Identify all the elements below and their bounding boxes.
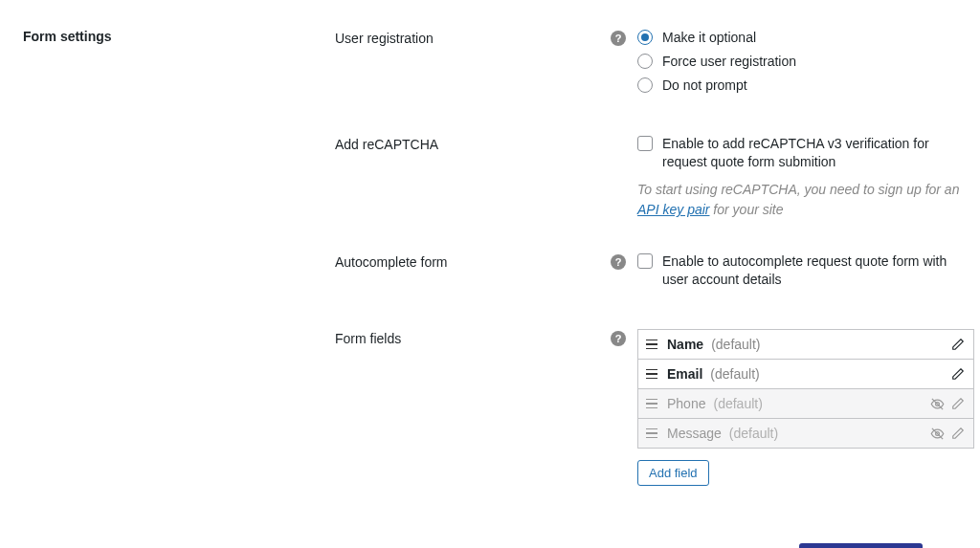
checkbox-icon[interactable] [637, 253, 653, 269]
field-item-message[interactable]: Message (default) [637, 418, 974, 449]
form-fields-label-cell: Form fields ? [335, 329, 632, 486]
field-name: Phone [667, 396, 705, 411]
field-default-suffix: (default) [713, 396, 762, 411]
user-registration-label-cell: User registration ? [335, 29, 632, 95]
checkbox-icon[interactable] [637, 136, 653, 151]
recaptcha-checkbox-row[interactable]: Enable to add reCAPTCHA v3 verification … [637, 135, 974, 171]
user-registration-label: User registration [335, 30, 434, 46]
form-fields-list: Name (default) Email (default) [637, 329, 974, 449]
recaptcha-control: Enable to add reCAPTCHA v3 verification … [637, 135, 974, 221]
radio-none[interactable]: Do not prompt [637, 77, 974, 95]
field-default-suffix: (default) [710, 366, 759, 382]
visibility-off-icon[interactable] [929, 426, 945, 441]
autocomplete-checkbox-label: Enable to autocomplete request quote for… [662, 252, 974, 289]
help-icon[interactable]: ? [611, 254, 626, 270]
autocomplete-checkbox-row[interactable]: Enable to autocomplete request quote for… [637, 252, 974, 289]
drag-handle-icon[interactable] [646, 397, 659, 410]
radio-label: Make it optional [662, 29, 756, 47]
recaptcha-hint-prefix: To start using reCAPTCHA, you need to si… [637, 182, 959, 197]
field-item-phone[interactable]: Phone (default) [637, 388, 974, 419]
help-icon[interactable]: ? [611, 331, 626, 346]
radio-force[interactable]: Force user registration [637, 53, 974, 71]
add-field-button[interactable]: Add field [637, 460, 709, 486]
autocomplete-control: Enable to autocomplete request quote for… [637, 252, 974, 289]
recaptcha-hint: To start using reCAPTCHA, you need to si… [637, 180, 974, 220]
user-registration-options: Make it optional Force user registration… [637, 29, 974, 95]
edit-icon[interactable] [950, 366, 966, 382]
field-item-email[interactable]: Email (default) [637, 359, 974, 389]
recaptcha-label-cell: Add reCAPTCHA [335, 135, 632, 221]
recaptcha-checkbox-label: Enable to add reCAPTCHA v3 verification … [662, 135, 974, 171]
radio-label: Do not prompt [662, 77, 747, 95]
recaptcha-api-link[interactable]: API key pair [637, 202, 709, 217]
radio-label: Force user registration [662, 53, 796, 71]
autocomplete-label: Autocomplete form [335, 253, 448, 270]
radio-icon[interactable] [637, 54, 653, 69]
field-default-suffix: (default) [729, 426, 778, 441]
edit-icon[interactable] [950, 426, 966, 441]
autocomplete-label-cell: Autocomplete form ? [335, 252, 632, 289]
field-name: Message [667, 426, 722, 441]
edit-icon[interactable] [950, 396, 966, 411]
drag-handle-icon[interactable] [646, 338, 659, 351]
recaptcha-hint-suffix: for your site [709, 202, 783, 217]
field-item-name[interactable]: Name (default) [637, 329, 974, 360]
drag-handle-icon[interactable] [646, 427, 659, 440]
field-default-suffix: (default) [711, 337, 760, 352]
edit-icon[interactable] [950, 337, 966, 352]
visibility-off-icon[interactable] [929, 396, 945, 411]
field-name: Name [667, 337, 703, 352]
field-name: Email [667, 366, 702, 382]
recaptcha-label: Add reCAPTCHA [335, 136, 438, 152]
form-fields-control: Name (default) Email (default) [637, 329, 974, 486]
help-icon[interactable]: ? [611, 31, 626, 46]
form-fields-label: Form fields [335, 330, 401, 346]
section-title: Form settings [23, 29, 329, 95]
radio-icon[interactable] [637, 30, 653, 45]
drag-handle-icon[interactable] [646, 367, 659, 381]
radio-icon[interactable] [637, 77, 653, 93]
update-settings-button[interactable]: Update settings [799, 543, 923, 548]
radio-optional[interactable]: Make it optional [637, 29, 974, 47]
